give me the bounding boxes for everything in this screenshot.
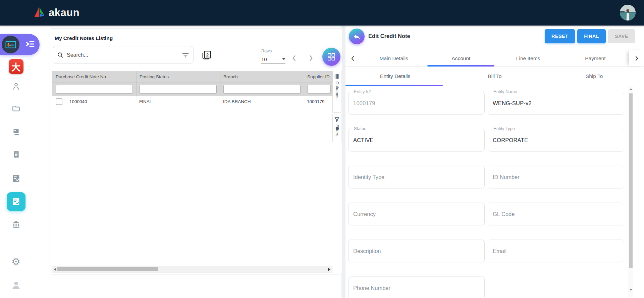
svg-text:$: $	[7, 42, 10, 47]
filter-list-icon[interactable]	[182, 52, 189, 58]
sidebar-item-folders[interactable]	[12, 104, 20, 113]
column-divider	[304, 71, 304, 96]
column-header-purchase-credit-note-no[interactable]: Purchase Credit Note No	[52, 71, 136, 82]
rows-value: 10	[261, 56, 267, 62]
profile-silhouette-icon	[11, 280, 21, 290]
cell-purchase-credit-note-no: 1000040	[69, 99, 87, 104]
sidebar-item-contacts[interactable]	[12, 82, 20, 91]
filter-input-branch[interactable]	[223, 85, 301, 94]
logo-text: akaun	[49, 7, 79, 19]
credit-notes-table: Purchase Credit Note No Posting Status B…	[52, 71, 332, 107]
scroll-left-arrow[interactable]	[54, 268, 56, 271]
status-field[interactable]: Status ACTIVE	[348, 129, 485, 152]
akaun-logo: akaun	[33, 6, 79, 20]
tabs-scroll-right-button[interactable]	[629, 50, 644, 66]
sidebar-item-my-credit-notes-active[interactable]	[7, 192, 25, 211]
save-button[interactable]: SAVE	[608, 29, 635, 43]
top-navigation-bar: akaun	[0, 0, 644, 26]
column-header-supplier-id[interactable]: Supplier ID	[304, 71, 333, 82]
menu-collapse-icon[interactable]	[25, 40, 35, 49]
sidebar-item-bank[interactable]	[11, 220, 21, 229]
horizontal-scroll-thumb[interactable]	[57, 267, 158, 271]
tab-account[interactable]: Account	[427, 50, 494, 66]
field-label: Entity Id*	[352, 89, 373, 94]
filters-side-tab[interactable]: Filters	[332, 114, 341, 142]
row-checkbox[interactable]	[56, 98, 62, 105]
field-placeholder: GL Code	[493, 211, 515, 217]
tab-line-items[interactable]: Line Items	[495, 50, 562, 66]
subtab-entity-details[interactable]: Entity Details	[345, 67, 445, 86]
identity-type-field[interactable]: Identity Type	[348, 166, 485, 188]
search-input[interactable]	[66, 52, 182, 58]
subtab-bill-to[interactable]: Bill To	[445, 67, 545, 86]
svg-text:2: 2	[206, 52, 209, 57]
previous-page-button[interactable]	[290, 54, 298, 63]
pages-2-icon[interactable]: 2	[202, 50, 212, 61]
entity-id-field[interactable]: Entity Id* 1000179	[348, 92, 485, 115]
field-placeholder: Identity Type	[353, 174, 384, 180]
table-filter-row	[52, 83, 332, 96]
next-page-button[interactable]	[307, 54, 315, 63]
field-value: 1000179	[353, 100, 375, 107]
column-divider	[220, 71, 220, 96]
scroll-up-arrow[interactable]	[630, 88, 632, 90]
entity-name-field[interactable]: Entity Name WENG-SUP-v2	[488, 92, 624, 115]
bank-icon	[11, 220, 21, 229]
app-launcher-pill[interactable]: $	[0, 34, 40, 55]
back-arrow-icon	[353, 33, 361, 41]
scroll-down-arrow[interactable]	[630, 289, 632, 291]
currency-field[interactable]: Currency	[348, 203, 485, 225]
table-row[interactable]: 1000040 FINAL IDA BRANCH 1000179	[52, 96, 332, 107]
tab-payment[interactable]: Payment	[562, 50, 629, 66]
entity-type-field[interactable]: Entity Type CORPORATE	[488, 129, 624, 152]
table-header-row: Purchase Credit Note No Posting Status B…	[52, 71, 332, 83]
columns-side-tab[interactable]: Columns	[332, 71, 341, 113]
receipt-icon	[12, 150, 20, 159]
person-icon	[12, 82, 20, 91]
column-header-branch[interactable]: Branch	[220, 71, 304, 82]
gear-icon: ⚙	[11, 257, 20, 267]
gl-code-field[interactable]: GL Code	[488, 203, 624, 225]
field-value: ACTIVE	[353, 137, 374, 143]
dropdown-arrow-icon	[282, 58, 285, 60]
credit-notes-listing-panel: My Credit Notes Listing 2 Rows 10	[50, 28, 342, 274]
cell-branch: IDA BRANCH	[223, 99, 251, 104]
reset-button[interactable]: RESET	[545, 29, 575, 43]
sidebar-item-pos-terminal[interactable]	[12, 127, 20, 136]
rows-per-page-select[interactable]: 10	[261, 55, 285, 64]
cell-supplier-id: 1000179	[307, 99, 325, 104]
filter-input-purchase-credit-note-no[interactable]	[56, 85, 133, 94]
email-field[interactable]: Email	[488, 240, 624, 262]
phone-number-field[interactable]: Phone Number	[348, 276, 485, 298]
sidebar-item-profile[interactable]	[11, 280, 21, 290]
main-tabs: Main Details Account Line Items Payment	[345, 50, 644, 67]
user-avatar[interactable]	[620, 5, 636, 20]
tabs-scroll-left-button[interactable]	[345, 50, 360, 66]
back-button[interactable]	[349, 29, 365, 44]
column-header-posting-status[interactable]: Posting Status	[136, 71, 220, 82]
cheque-app-button[interactable]: $	[2, 36, 19, 53]
description-field[interactable]: Description	[348, 240, 485, 262]
filter-input-supplier-id[interactable]	[307, 85, 331, 94]
final-button[interactable]: FINAL	[577, 29, 606, 43]
vertical-scroll-thumb[interactable]	[629, 93, 633, 268]
grid-view-button[interactable]	[322, 48, 340, 66]
sidebar-item-app-tile[interactable]: 大	[9, 59, 23, 74]
sidebar-item-settings[interactable]: ⚙	[11, 257, 20, 267]
tab-main-details[interactable]: Main Details	[360, 50, 427, 66]
app-tile-glyph: 大	[11, 60, 20, 73]
filter-input-posting-status[interactable]	[140, 85, 217, 94]
sidebar-item-receipts[interactable]	[12, 150, 20, 159]
scroll-right-arrow[interactable]	[328, 268, 330, 271]
horizontal-scrollbar[interactable]	[52, 266, 332, 272]
vertical-scrollbar[interactable]	[628, 86, 633, 298]
subtab-ship-to[interactable]: Ship To	[544, 67, 644, 86]
field-placeholder: Description	[353, 248, 381, 254]
field-placeholder: Phone Number	[353, 285, 390, 291]
id-number-field[interactable]: ID Number	[488, 166, 624, 188]
search-box[interactable]	[53, 46, 194, 64]
field-label: Entity Name	[492, 89, 519, 94]
edit-credit-note-panel: Edit Credit Note RESET FINAL SAVE Main D…	[345, 26, 644, 298]
field-value: CORPORATE	[493, 137, 528, 143]
sidebar-item-credit-notes[interactable]	[11, 174, 21, 183]
